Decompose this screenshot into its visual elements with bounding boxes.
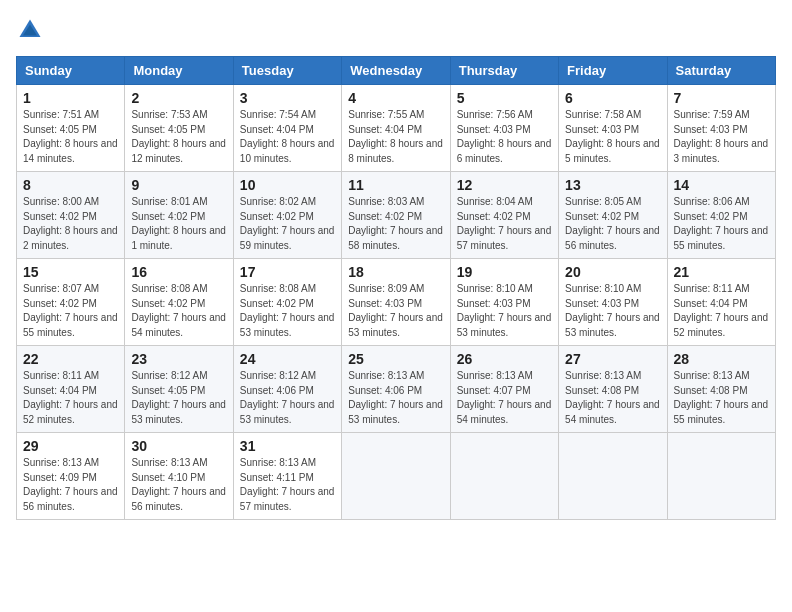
calendar-cell: [559, 433, 667, 520]
day-number: 29: [23, 438, 118, 454]
day-number: 8: [23, 177, 118, 193]
day-info: Sunrise: 8:11 AM Sunset: 4:04 PM Dayligh…: [674, 282, 769, 340]
calendar-cell: 14Sunrise: 8:06 AM Sunset: 4:02 PM Dayli…: [667, 172, 775, 259]
calendar-cell: 20Sunrise: 8:10 AM Sunset: 4:03 PM Dayli…: [559, 259, 667, 346]
day-number: 20: [565, 264, 660, 280]
calendar-cell: [342, 433, 450, 520]
calendar-header-saturday: Saturday: [667, 57, 775, 85]
day-info: Sunrise: 7:56 AM Sunset: 4:03 PM Dayligh…: [457, 108, 552, 166]
day-number: 18: [348, 264, 443, 280]
calendar-cell: 26Sunrise: 8:13 AM Sunset: 4:07 PM Dayli…: [450, 346, 558, 433]
logo: [16, 16, 48, 44]
calendar-cell: 11Sunrise: 8:03 AM Sunset: 4:02 PM Dayli…: [342, 172, 450, 259]
day-number: 22: [23, 351, 118, 367]
day-info: Sunrise: 8:13 AM Sunset: 4:09 PM Dayligh…: [23, 456, 118, 514]
day-number: 2: [131, 90, 226, 106]
day-number: 17: [240, 264, 335, 280]
day-info: Sunrise: 8:13 AM Sunset: 4:10 PM Dayligh…: [131, 456, 226, 514]
day-info: Sunrise: 8:13 AM Sunset: 4:08 PM Dayligh…: [674, 369, 769, 427]
calendar-cell: 15Sunrise: 8:07 AM Sunset: 4:02 PM Dayli…: [17, 259, 125, 346]
day-info: Sunrise: 8:08 AM Sunset: 4:02 PM Dayligh…: [131, 282, 226, 340]
calendar-table: SundayMondayTuesdayWednesdayThursdayFrid…: [16, 56, 776, 520]
day-number: 3: [240, 90, 335, 106]
day-number: 1: [23, 90, 118, 106]
calendar-cell: 29Sunrise: 8:13 AM Sunset: 4:09 PM Dayli…: [17, 433, 125, 520]
calendar-cell: 31Sunrise: 8:13 AM Sunset: 4:11 PM Dayli…: [233, 433, 341, 520]
day-number: 28: [674, 351, 769, 367]
calendar-cell: 10Sunrise: 8:02 AM Sunset: 4:02 PM Dayli…: [233, 172, 341, 259]
calendar-cell: 9Sunrise: 8:01 AM Sunset: 4:02 PM Daylig…: [125, 172, 233, 259]
calendar-cell: 7Sunrise: 7:59 AM Sunset: 4:03 PM Daylig…: [667, 85, 775, 172]
calendar-week-row: 29Sunrise: 8:13 AM Sunset: 4:09 PM Dayli…: [17, 433, 776, 520]
day-info: Sunrise: 8:09 AM Sunset: 4:03 PM Dayligh…: [348, 282, 443, 340]
calendar-cell: 30Sunrise: 8:13 AM Sunset: 4:10 PM Dayli…: [125, 433, 233, 520]
day-info: Sunrise: 8:13 AM Sunset: 4:07 PM Dayligh…: [457, 369, 552, 427]
calendar-cell: 17Sunrise: 8:08 AM Sunset: 4:02 PM Dayli…: [233, 259, 341, 346]
calendar-week-row: 15Sunrise: 8:07 AM Sunset: 4:02 PM Dayli…: [17, 259, 776, 346]
day-info: Sunrise: 8:04 AM Sunset: 4:02 PM Dayligh…: [457, 195, 552, 253]
day-info: Sunrise: 8:08 AM Sunset: 4:02 PM Dayligh…: [240, 282, 335, 340]
day-number: 19: [457, 264, 552, 280]
day-number: 23: [131, 351, 226, 367]
calendar-week-row: 22Sunrise: 8:11 AM Sunset: 4:04 PM Dayli…: [17, 346, 776, 433]
calendar-cell: 2Sunrise: 7:53 AM Sunset: 4:05 PM Daylig…: [125, 85, 233, 172]
day-info: Sunrise: 8:07 AM Sunset: 4:02 PM Dayligh…: [23, 282, 118, 340]
day-info: Sunrise: 7:51 AM Sunset: 4:05 PM Dayligh…: [23, 108, 118, 166]
day-number: 10: [240, 177, 335, 193]
calendar-header-row: SundayMondayTuesdayWednesdayThursdayFrid…: [17, 57, 776, 85]
day-number: 31: [240, 438, 335, 454]
day-number: 27: [565, 351, 660, 367]
day-info: Sunrise: 8:03 AM Sunset: 4:02 PM Dayligh…: [348, 195, 443, 253]
calendar-cell: 23Sunrise: 8:12 AM Sunset: 4:05 PM Dayli…: [125, 346, 233, 433]
logo-icon: [16, 16, 44, 44]
calendar-cell: 8Sunrise: 8:00 AM Sunset: 4:02 PM Daylig…: [17, 172, 125, 259]
day-info: Sunrise: 8:13 AM Sunset: 4:11 PM Dayligh…: [240, 456, 335, 514]
day-info: Sunrise: 8:06 AM Sunset: 4:02 PM Dayligh…: [674, 195, 769, 253]
day-number: 5: [457, 90, 552, 106]
day-info: Sunrise: 8:12 AM Sunset: 4:05 PM Dayligh…: [131, 369, 226, 427]
calendar-cell: [450, 433, 558, 520]
day-number: 16: [131, 264, 226, 280]
calendar-header-thursday: Thursday: [450, 57, 558, 85]
day-number: 13: [565, 177, 660, 193]
calendar-cell: [667, 433, 775, 520]
day-number: 11: [348, 177, 443, 193]
day-number: 26: [457, 351, 552, 367]
day-number: 15: [23, 264, 118, 280]
day-info: Sunrise: 8:10 AM Sunset: 4:03 PM Dayligh…: [457, 282, 552, 340]
day-number: 6: [565, 90, 660, 106]
day-info: Sunrise: 7:58 AM Sunset: 4:03 PM Dayligh…: [565, 108, 660, 166]
calendar-cell: 12Sunrise: 8:04 AM Sunset: 4:02 PM Dayli…: [450, 172, 558, 259]
day-number: 4: [348, 90, 443, 106]
calendar-cell: 24Sunrise: 8:12 AM Sunset: 4:06 PM Dayli…: [233, 346, 341, 433]
day-number: 24: [240, 351, 335, 367]
calendar-header-tuesday: Tuesday: [233, 57, 341, 85]
calendar-header-friday: Friday: [559, 57, 667, 85]
day-info: Sunrise: 8:00 AM Sunset: 4:02 PM Dayligh…: [23, 195, 118, 253]
day-info: Sunrise: 7:54 AM Sunset: 4:04 PM Dayligh…: [240, 108, 335, 166]
day-number: 12: [457, 177, 552, 193]
calendar-cell: 18Sunrise: 8:09 AM Sunset: 4:03 PM Dayli…: [342, 259, 450, 346]
day-info: Sunrise: 8:05 AM Sunset: 4:02 PM Dayligh…: [565, 195, 660, 253]
calendar-header-sunday: Sunday: [17, 57, 125, 85]
calendar-week-row: 1Sunrise: 7:51 AM Sunset: 4:05 PM Daylig…: [17, 85, 776, 172]
calendar-cell: 27Sunrise: 8:13 AM Sunset: 4:08 PM Dayli…: [559, 346, 667, 433]
page-header: [16, 16, 776, 44]
day-info: Sunrise: 8:10 AM Sunset: 4:03 PM Dayligh…: [565, 282, 660, 340]
day-info: Sunrise: 7:59 AM Sunset: 4:03 PM Dayligh…: [674, 108, 769, 166]
calendar-cell: 25Sunrise: 8:13 AM Sunset: 4:06 PM Dayli…: [342, 346, 450, 433]
day-info: Sunrise: 8:12 AM Sunset: 4:06 PM Dayligh…: [240, 369, 335, 427]
day-info: Sunrise: 8:02 AM Sunset: 4:02 PM Dayligh…: [240, 195, 335, 253]
calendar-header-wednesday: Wednesday: [342, 57, 450, 85]
calendar-cell: 21Sunrise: 8:11 AM Sunset: 4:04 PM Dayli…: [667, 259, 775, 346]
calendar-cell: 5Sunrise: 7:56 AM Sunset: 4:03 PM Daylig…: [450, 85, 558, 172]
day-number: 7: [674, 90, 769, 106]
day-number: 9: [131, 177, 226, 193]
day-info: Sunrise: 7:55 AM Sunset: 4:04 PM Dayligh…: [348, 108, 443, 166]
calendar-cell: 4Sunrise: 7:55 AM Sunset: 4:04 PM Daylig…: [342, 85, 450, 172]
calendar-cell: 22Sunrise: 8:11 AM Sunset: 4:04 PM Dayli…: [17, 346, 125, 433]
calendar-cell: 3Sunrise: 7:54 AM Sunset: 4:04 PM Daylig…: [233, 85, 341, 172]
calendar-header-monday: Monday: [125, 57, 233, 85]
calendar-cell: 1Sunrise: 7:51 AM Sunset: 4:05 PM Daylig…: [17, 85, 125, 172]
day-number: 21: [674, 264, 769, 280]
